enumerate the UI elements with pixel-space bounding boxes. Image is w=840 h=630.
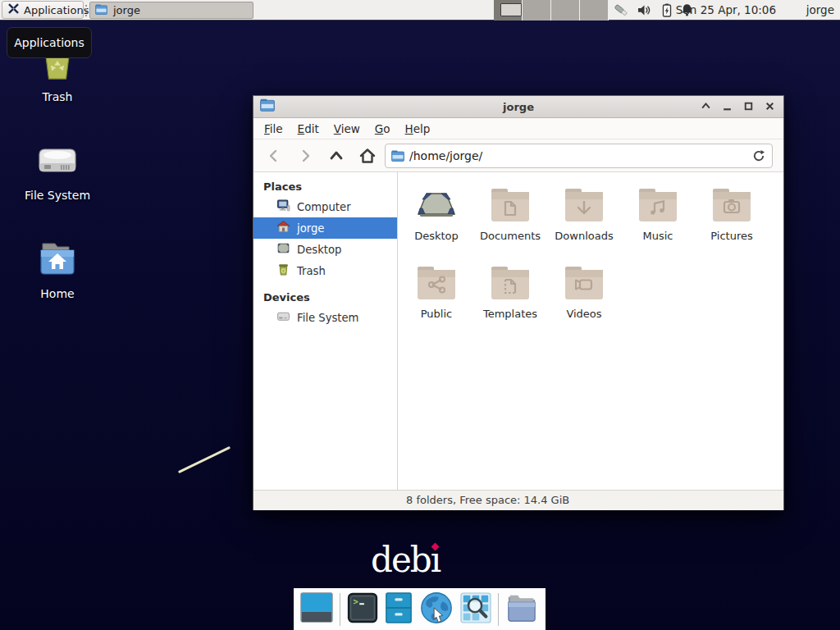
titlebar[interactable]: jorge xyxy=(253,96,783,118)
sidebar-item-label: File System xyxy=(297,312,358,324)
show-desktop-icon[interactable] xyxy=(300,592,333,626)
sidebar-item-file-system[interactable]: File System xyxy=(253,307,397,328)
folder-music-icon xyxy=(638,184,678,226)
dock-separator xyxy=(340,593,340,626)
folder-icon xyxy=(391,150,404,162)
file-item-label: Pictures xyxy=(710,230,752,242)
desktop-icon-label: Trash xyxy=(43,90,73,103)
stray-line-artifact xyxy=(178,446,231,473)
folder-icon xyxy=(95,4,107,17)
up-button[interactable] xyxy=(321,143,352,169)
statusbar: 8 folders, Free space: 14.4 GiB xyxy=(253,490,783,510)
file-item-label: Music xyxy=(643,230,673,242)
app-finder-icon[interactable] xyxy=(460,592,491,627)
file-item-label: Videos xyxy=(566,308,601,320)
menu-view[interactable]: View xyxy=(326,122,368,135)
menubar: File Edit View Go Help xyxy=(253,118,783,139)
folder-videos-icon xyxy=(564,262,604,304)
folder-templates-icon xyxy=(491,262,530,304)
terminal-icon[interactable]: > xyxy=(347,592,378,627)
sidebar-item-computer[interactable]: Computer xyxy=(253,196,397,217)
sidebar-item-label: Computer xyxy=(297,201,351,213)
dock-panel: > xyxy=(294,588,546,630)
close-button[interactable] xyxy=(765,99,775,115)
sidebar-item-trash[interactable]: Trash xyxy=(253,260,397,281)
workspace-switcher[interactable] xyxy=(494,0,609,21)
file-item-documents[interactable]: Documents xyxy=(474,184,546,262)
sidebar-item-label: jorge xyxy=(297,222,324,235)
sidebar-item-desktop[interactable]: Desktop xyxy=(253,239,397,260)
trash-icon xyxy=(276,262,290,279)
file-view[interactable]: Desktop Documents xyxy=(398,172,783,490)
file-item-public[interactable]: Public xyxy=(400,262,472,340)
desktop-icon-label: File System xyxy=(25,189,90,202)
desktop-icon xyxy=(276,241,290,258)
stylus-icon[interactable] xyxy=(614,2,629,18)
sidebar-item-label: Desktop xyxy=(297,244,341,256)
applications-tooltip: Applications xyxy=(7,27,92,58)
file-item-pictures[interactable]: Pictures xyxy=(696,184,768,262)
tooltip-text: Applications xyxy=(14,36,84,49)
sidebar-item-label: Trash xyxy=(297,265,326,277)
folder-icon[interactable] xyxy=(504,592,539,627)
shade-button[interactable] xyxy=(701,99,711,115)
menu-file[interactable]: File xyxy=(257,122,290,135)
workspace-2[interactable] xyxy=(523,0,551,21)
desktop-icon-label: Home xyxy=(40,287,74,300)
top-panel: Applications jorge Sun 25 Apr, 10:06 jor… xyxy=(0,0,840,21)
home-button[interactable] xyxy=(352,143,383,169)
folder-downloads-icon xyxy=(564,184,604,226)
sidebar-item-jorge[interactable]: jorge xyxy=(253,217,397,239)
computer-icon xyxy=(276,199,290,215)
path-bar[interactable] xyxy=(385,144,773,168)
volume-icon[interactable] xyxy=(637,2,652,18)
workspace-4[interactable] xyxy=(580,0,609,21)
desktop-icon-file-system[interactable]: File System xyxy=(16,141,98,202)
desktop-icon-home[interactable]: Home xyxy=(16,240,98,300)
reload-icon[interactable] xyxy=(752,149,765,162)
workspace-window-preview xyxy=(500,3,522,16)
applications-menu-button[interactable]: Applications xyxy=(2,1,84,19)
status-text: 8 folders, Free space: 14.4 GiB xyxy=(406,491,569,511)
battery-icon[interactable] xyxy=(659,2,674,18)
dock-separator xyxy=(498,593,499,626)
file-item-templates[interactable]: Templates xyxy=(474,262,546,340)
menu-go[interactable]: Go xyxy=(368,122,398,135)
xfce-logo-icon xyxy=(7,2,20,17)
taskbar-window-button[interactable]: jorge xyxy=(89,2,253,19)
toolbar xyxy=(253,139,783,172)
minimize-button[interactable] xyxy=(722,99,733,115)
web-browser-icon[interactable] xyxy=(419,591,454,628)
forward-button[interactable] xyxy=(290,143,321,169)
back-button[interactable] xyxy=(258,143,290,169)
file-manager-window: jorge File Edit View Go Help xyxy=(253,95,784,510)
panel-clock[interactable]: Sun 25 Apr, 10:06 xyxy=(676,0,776,21)
harddrive-icon xyxy=(276,309,290,326)
menu-help[interactable]: Help xyxy=(398,122,438,135)
sidebar: Places Computer jorge Desktop xyxy=(253,172,398,490)
home-icon xyxy=(276,220,290,236)
file-item-label: Public xyxy=(421,308,452,320)
path-input[interactable] xyxy=(409,149,752,162)
debian-logo: debıan xyxy=(371,541,477,581)
home-folder-icon xyxy=(36,240,79,282)
file-item-desktop[interactable]: Desktop xyxy=(400,184,472,262)
maximize-button[interactable] xyxy=(743,99,754,115)
file-item-videos[interactable]: Videos xyxy=(548,262,620,340)
folder-public-icon xyxy=(417,262,456,304)
panel-handle[interactable] xyxy=(84,4,88,16)
debian-logo-text: deb xyxy=(371,540,431,580)
harddrive-icon xyxy=(36,141,79,184)
folder-pictures-icon xyxy=(712,184,751,226)
svg-text:>: > xyxy=(353,596,358,606)
file-item-downloads[interactable]: Downloads xyxy=(548,184,620,262)
sidebar-devices-header: Devices xyxy=(253,288,397,307)
file-cabinet-icon[interactable] xyxy=(385,591,413,628)
sidebar-places-header: Places xyxy=(253,177,397,196)
workspace-1[interactable] xyxy=(494,0,523,21)
menu-edit[interactable]: Edit xyxy=(290,122,326,135)
panel-username[interactable]: jorge xyxy=(806,0,834,21)
file-item-label: Documents xyxy=(480,230,541,242)
workspace-3[interactable] xyxy=(551,0,580,21)
file-item-music[interactable]: Music xyxy=(622,184,694,262)
